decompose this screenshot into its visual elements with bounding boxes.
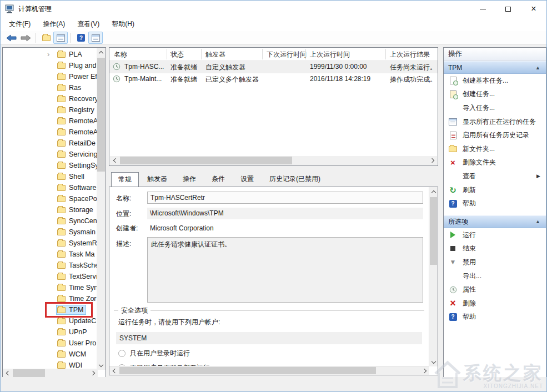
tree-item-time-zor[interactable]: Time Zor: [3, 293, 97, 304]
column-triggers[interactable]: 触发器: [205, 50, 225, 59]
detail-vertical-scrollbar[interactable]: [429, 187, 438, 366]
detail-horizontal-scrollbar[interactable]: [109, 366, 429, 375]
tab-general[interactable]: 常规: [111, 172, 139, 188]
radio-run-only-logged-on[interactable]: 只在用户登录时运行: [118, 349, 190, 358]
export-list-button[interactable]: [39, 32, 53, 44]
tree-item-task-ma[interactable]: Task Ma: [3, 249, 97, 260]
tree-item-recovery[interactable]: Recovery: [3, 93, 97, 104]
column-separator[interactable]: [385, 49, 386, 59]
tree-item-storage[interactable]: Storage: [3, 204, 97, 215]
tree-item-power-ef[interactable]: Power Ef: [3, 71, 97, 82]
column-next-run[interactable]: 下次运行时间: [267, 50, 307, 59]
tree-item-upnp[interactable]: UPnP: [3, 326, 97, 338]
tree-item-textservi[interactable]: TextServi: [3, 271, 97, 282]
action-create-basic-task[interactable]: 创建基本任务...: [444, 74, 546, 88]
task-row-tpm-hascertretr[interactable]: Tpm-HASC... 准备就绪 自定义触发器 1999/11/30 0:00:…: [109, 61, 438, 73]
column-separator[interactable]: [262, 49, 263, 59]
tree-item-shell[interactable]: Shell: [3, 171, 97, 182]
scrollbar-thumb[interactable]: [119, 367, 376, 374]
tree-item-retailde[interactable]: RetailDe: [3, 138, 97, 149]
scroll-left-arrow[interactable]: [3, 369, 12, 378]
tab-triggers[interactable]: 触发器: [140, 172, 174, 187]
tab-settings[interactable]: 设置: [233, 172, 261, 187]
task-row-tpm-maintenance[interactable]: Tpm-Maint... 准备就绪 已定义多个触发器 2016/11/18 14…: [109, 73, 438, 86]
help-toolbar-button[interactable]: ?: [74, 32, 88, 44]
scrollbar-thumb[interactable]: [120, 157, 292, 164]
column-name[interactable]: 名称: [114, 50, 127, 59]
tree-vertical-scrollbar[interactable]: [97, 48, 106, 370]
section-header-tpm[interactable]: TPM ▲: [444, 61, 546, 74]
close-button[interactable]: ×: [521, 1, 546, 17]
scroll-up-arrow[interactable]: [429, 187, 438, 196]
action-refresh[interactable]: ↻ 刷新: [444, 183, 546, 197]
action-import-task[interactable]: 导入任务...: [444, 101, 546, 115]
show-hide-console-tree-button[interactable]: [53, 32, 68, 44]
tree-item-remotea-2[interactable]: RemoteA: [3, 127, 97, 138]
tree-item-user-pro[interactable]: User Pro: [3, 338, 97, 349]
tree-item-tasksche[interactable]: TaskSche: [3, 260, 97, 271]
tree-item-wcm[interactable]: WCM: [3, 349, 97, 360]
tree-item-registry[interactable]: Registry: [3, 104, 97, 115]
action-help-selected[interactable]: ? 帮助: [444, 310, 546, 324]
back-button[interactable]: [4, 32, 18, 44]
action-display-running-tasks[interactable]: 显示所有正在运行的任务: [444, 115, 546, 129]
action-properties[interactable]: 属性: [444, 283, 546, 296]
show-hide-action-pane-button[interactable]: [88, 32, 103, 44]
tree-item-spacepo[interactable]: SpacePo: [3, 193, 97, 204]
scroll-left-arrow[interactable]: [109, 366, 118, 375]
tree-item-systemr[interactable]: SystemR: [3, 238, 97, 249]
action-export[interactable]: 导出...: [444, 269, 546, 283]
scroll-up-arrow[interactable]: [97, 48, 106, 57]
tree-horizontal-scrollbar[interactable]: [3, 369, 98, 378]
tab-conditions[interactable]: 条件: [204, 172, 232, 187]
task-list-horizontal-scrollbar[interactable]: [110, 156, 437, 165]
column-separator[interactable]: [305, 49, 306, 59]
action-run[interactable]: 运行: [444, 228, 546, 242]
action-create-task[interactable]: 创建任务...: [444, 88, 546, 102]
scroll-right-arrow[interactable]: [420, 366, 429, 375]
chevron-right-icon[interactable]: ›: [47, 50, 49, 58]
action-disable[interactable]: ▼ 禁用: [444, 255, 546, 269]
tree-item-sysmain[interactable]: Sysmain: [3, 227, 97, 238]
tab-actions[interactable]: 操作: [175, 172, 203, 187]
column-separator[interactable]: [201, 49, 202, 59]
tree-item-remotea-1[interactable]: RemoteA: [3, 115, 97, 127]
tab-history[interactable]: 历史记录(已禁用): [262, 172, 328, 187]
maximize-button[interactable]: [495, 1, 521, 17]
action-enable-task-history[interactable]: 启用所有任务历史记录: [444, 128, 546, 142]
tree-item-pla[interactable]: › PLA: [3, 49, 97, 60]
tree-item-servicing[interactable]: Servicing: [3, 149, 97, 160]
tree-item-updatec[interactable]: UpdateC: [3, 315, 97, 326]
column-last-result[interactable]: 上次运行结果: [390, 50, 430, 59]
tree-item-ras[interactable]: Ras: [3, 82, 97, 93]
section-header-selected-item[interactable]: 所选项 ▲: [444, 215, 546, 228]
collapse-up-icon[interactable]: ▲: [535, 65, 540, 71]
scroll-right-arrow[interactable]: [89, 369, 98, 378]
action-new-folder[interactable]: 新文件夹...: [444, 142, 546, 156]
menu-view[interactable]: 查看(V): [71, 17, 106, 31]
action-delete[interactable]: × 删除: [444, 296, 546, 310]
menu-file[interactable]: 文件(F): [3, 17, 37, 31]
column-status[interactable]: 状态: [170, 50, 184, 59]
menu-action[interactable]: 操作(A): [37, 17, 71, 31]
menu-help[interactable]: 帮助(H): [106, 17, 140, 31]
minimize-button[interactable]: [470, 1, 495, 17]
tree-item-software[interactable]: Software: [3, 182, 97, 193]
tree-item-settingsy[interactable]: SettingSy: [3, 160, 97, 171]
action-end[interactable]: 结束: [444, 242, 546, 256]
scroll-right-arrow[interactable]: [428, 156, 437, 165]
action-view[interactable]: 查看 ▶: [444, 169, 546, 183]
action-delete-folder[interactable]: × 删除文件夹: [444, 156, 546, 170]
scroll-left-arrow[interactable]: [110, 156, 119, 165]
forward-button[interactable]: [18, 32, 33, 44]
column-separator[interactable]: [167, 49, 167, 59]
action-help[interactable]: ? 帮助: [444, 197, 546, 210]
collapse-up-icon[interactable]: ▲: [535, 219, 540, 224]
tree-item-time-syn[interactable]: Time Syn: [3, 282, 97, 293]
tree-item-plug-and[interactable]: Plug and: [3, 60, 97, 71]
tree-item-synccent[interactable]: SyncCent: [3, 215, 97, 227]
scroll-down-arrow[interactable]: [97, 361, 106, 370]
tree-item-tpm[interactable]: TPM: [3, 304, 97, 315]
scrollbar-thumb[interactable]: [97, 58, 105, 172]
column-last-run[interactable]: 上次运行时间: [310, 50, 350, 59]
